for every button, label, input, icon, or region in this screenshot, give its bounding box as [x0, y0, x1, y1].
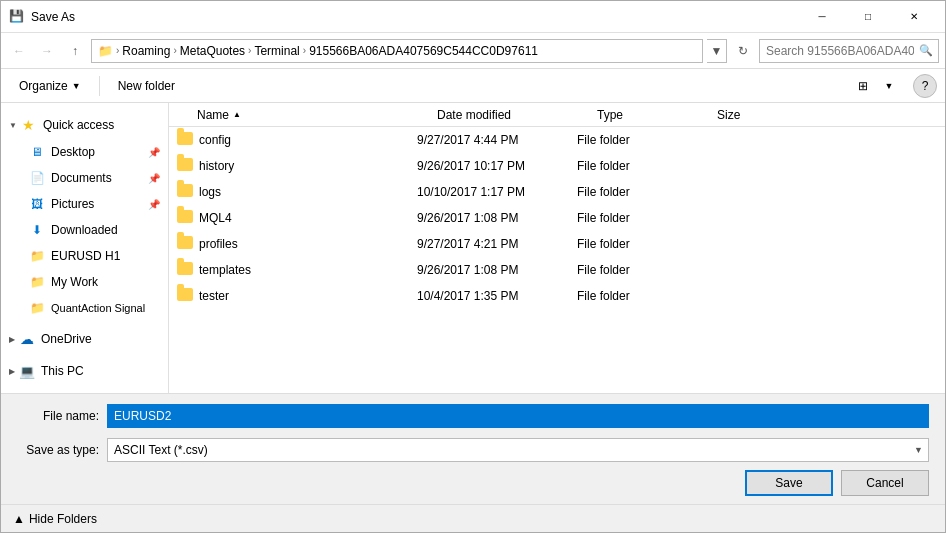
- onedrive-chevron-icon: ▶: [9, 335, 15, 344]
- file-type: File folder: [577, 211, 697, 225]
- mywork-folder-icon: 📁: [29, 275, 45, 289]
- address-path[interactable]: 📁 › Roaming › MetaQuotes › Terminal › 91…: [91, 39, 703, 63]
- forward-button[interactable]: →: [35, 39, 59, 63]
- sidebar-header-quickaccess[interactable]: ▼ ★ Quick access: [1, 111, 168, 139]
- path-segment-terminal: Terminal: [254, 44, 299, 58]
- filename-label: File name:: [17, 409, 107, 423]
- filetype-row: Save as type: ASCII Text (*.csv) ▼: [17, 436, 929, 464]
- sidebar-item-eurusd[interactable]: 📁 EURUSD H1: [1, 243, 168, 269]
- thispc-chevron-icon: ▶: [9, 367, 15, 376]
- save-button[interactable]: Save: [745, 470, 833, 496]
- folder-icon: [177, 184, 193, 200]
- file-area: Name ▲ Date modified Type Size config 9/…: [169, 103, 945, 393]
- back-button[interactable]: ←: [7, 39, 31, 63]
- new-folder-label: New folder: [118, 79, 175, 93]
- main-content: ▼ ★ Quick access 🖥 Desktop 📌 📄 Documents…: [1, 103, 945, 393]
- cancel-button[interactable]: Cancel: [841, 470, 929, 496]
- toolbar-right: ⊞ ▼ ?: [851, 74, 937, 98]
- sidebar-item-desktop[interactable]: 🖥 Desktop 📌: [1, 139, 168, 165]
- table-row[interactable]: tester 10/4/2017 1:35 PM File folder: [169, 283, 945, 309]
- hide-folders-label: Hide Folders: [29, 512, 97, 526]
- filename-row: File name:: [17, 402, 929, 430]
- desktop-icon: 🖥: [29, 145, 45, 159]
- col-header-type[interactable]: Type: [593, 103, 713, 126]
- filetype-label: Save as type:: [17, 443, 107, 457]
- file-date: 9/27/2017 4:44 PM: [417, 133, 577, 147]
- onedrive-icon: ☁: [19, 331, 35, 347]
- file-list: config 9/27/2017 4:44 PM File folder his…: [169, 127, 945, 393]
- file-date: 10/4/2017 1:35 PM: [417, 289, 577, 303]
- onedrive-label: OneDrive: [41, 332, 92, 346]
- sidebar-item-quantaction[interactable]: 📁 QuantAction Signal: [1, 295, 168, 321]
- sidebar-section-quickaccess: ▼ ★ Quick access 🖥 Desktop 📌 📄 Documents…: [1, 111, 168, 321]
- hide-folders-bar: ▲ Hide Folders: [1, 504, 945, 532]
- quickaccess-icon: ★: [21, 117, 37, 133]
- table-row[interactable]: templates 9/26/2017 1:08 PM File folder: [169, 257, 945, 283]
- minimize-button[interactable]: ─: [799, 1, 845, 33]
- sidebar-item-thispc[interactable]: ▶ 💻 This PC: [1, 357, 168, 385]
- filetype-select[interactable]: ASCII Text (*.csv): [107, 438, 929, 462]
- sidebar-item-label-downloaded: Downloaded: [51, 223, 118, 237]
- up-button[interactable]: ↑: [63, 39, 87, 63]
- title-bar: 💾 Save As ─ □ ✕: [1, 1, 945, 33]
- bottom-form: File name: Save as type: ASCII Text (*.c…: [1, 393, 945, 504]
- col-header-size[interactable]: Size: [713, 103, 793, 126]
- pin-icon-pictures: 📌: [148, 199, 160, 210]
- maximize-button[interactable]: □: [845, 1, 891, 33]
- path-segment-metaquotes: MetaQuotes: [180, 44, 245, 58]
- close-button[interactable]: ✕: [891, 1, 937, 33]
- table-row[interactable]: history 9/26/2017 10:17 PM File folder: [169, 153, 945, 179]
- sidebar-item-downloaded[interactable]: ⬇ Downloaded: [1, 217, 168, 243]
- filetype-select-wrap: ASCII Text (*.csv) ▼: [107, 438, 929, 462]
- col-header-name[interactable]: Name ▲: [193, 103, 433, 126]
- search-input[interactable]: [759, 39, 939, 63]
- folder-icon: [177, 236, 193, 252]
- organize-button[interactable]: Organize ▼: [9, 73, 91, 99]
- help-button[interactable]: ?: [913, 74, 937, 98]
- file-type: File folder: [577, 133, 697, 147]
- file-type: File folder: [577, 237, 697, 251]
- view-toggle: ⊞ ▼: [851, 74, 901, 98]
- table-row[interactable]: MQL4 9/26/2017 1:08 PM File folder: [169, 205, 945, 231]
- file-name: tester: [199, 289, 417, 303]
- pin-icon-documents: 📌: [148, 173, 160, 184]
- refresh-button[interactable]: ↻: [731, 39, 755, 63]
- file-name: history: [199, 159, 417, 173]
- sidebar-item-documents[interactable]: 📄 Documents 📌: [1, 165, 168, 191]
- address-chevron[interactable]: ▼: [707, 39, 727, 63]
- sidebar-item-mywork[interactable]: 📁 My Work: [1, 269, 168, 295]
- sidebar-item-label-quantaction: QuantAction Signal: [51, 302, 145, 314]
- quantaction-folder-icon: 📁: [29, 301, 45, 315]
- toolbar: Organize ▼ New folder ⊞ ▼ ?: [1, 69, 945, 103]
- organize-chevron-icon: ▼: [72, 81, 81, 91]
- save-as-dialog: 💾 Save As ─ □ ✕ ← → ↑ 📁 › Roaming › Meta…: [0, 0, 946, 533]
- file-date: 10/10/2017 1:17 PM: [417, 185, 577, 199]
- hide-folders-button[interactable]: ▲ Hide Folders: [13, 512, 97, 526]
- folder-icon: [177, 158, 193, 174]
- file-date: 9/26/2017 1:08 PM: [417, 211, 577, 225]
- sidebar-item-label-eurusd: EURUSD H1: [51, 249, 120, 263]
- quickaccess-label: Quick access: [43, 118, 114, 132]
- table-row[interactable]: profiles 9/27/2017 4:21 PM File folder: [169, 231, 945, 257]
- folder-icon: [177, 210, 193, 226]
- sidebar-section-onedrive: ▶ ☁ OneDrive: [1, 325, 168, 353]
- table-row[interactable]: config 9/27/2017 4:44 PM File folder: [169, 127, 945, 153]
- view-button[interactable]: ⊞: [851, 74, 875, 98]
- address-bar: ← → ↑ 📁 › Roaming › MetaQuotes › Termina…: [1, 33, 945, 69]
- toolbar-separator: [99, 76, 100, 96]
- thispc-label: This PC: [41, 364, 84, 378]
- view-chevron-button[interactable]: ▼: [877, 74, 901, 98]
- file-name: templates: [199, 263, 417, 277]
- file-name: profiles: [199, 237, 417, 251]
- col-header-date[interactable]: Date modified: [433, 103, 593, 126]
- table-row[interactable]: logs 10/10/2017 1:17 PM File folder: [169, 179, 945, 205]
- sidebar-item-onedrive[interactable]: ▶ ☁ OneDrive: [1, 325, 168, 353]
- filename-input[interactable]: [107, 404, 929, 428]
- pin-icon-desktop: 📌: [148, 147, 160, 158]
- new-folder-button[interactable]: New folder: [108, 73, 185, 99]
- sidebar-item-pictures[interactable]: 🖼 Pictures 📌: [1, 191, 168, 217]
- folder-icon: [177, 262, 193, 278]
- file-list-header: Name ▲ Date modified Type Size: [169, 103, 945, 127]
- file-type: File folder: [577, 185, 697, 199]
- sidebar-item-label-desktop: Desktop: [51, 145, 95, 159]
